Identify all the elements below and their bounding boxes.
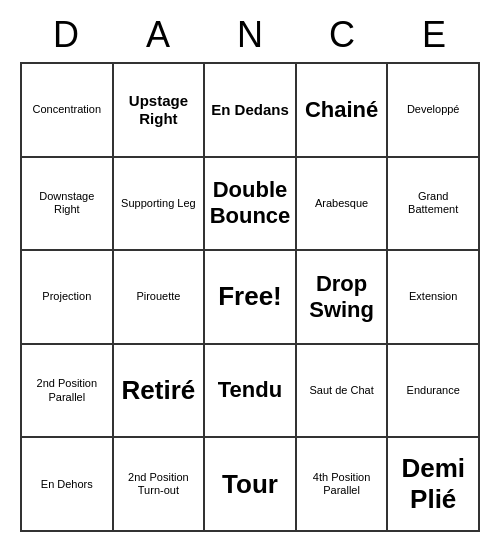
title-row: DANCE (20, 10, 480, 62)
cell-3-1: Retiré (113, 344, 205, 438)
title-letter-D: D (26, 14, 106, 56)
cell-text-0-4: Developpé (407, 103, 460, 116)
cell-text-2-1: Pirouette (136, 290, 180, 303)
cell-text-1-2: Double Bounce (209, 177, 291, 230)
cell-1-4: Grand Battement (387, 157, 479, 251)
cell-text-1-4: Grand Battement (392, 190, 474, 216)
cell-3-4: Endurance (387, 344, 479, 438)
cell-text-2-0: Projection (42, 290, 91, 303)
cell-text-4-3: 4th Position Parallel (301, 471, 383, 497)
cell-text-4-0: En Dehors (41, 478, 93, 491)
cell-text-4-2: Tour (222, 469, 278, 500)
cell-text-0-0: Concentration (33, 103, 102, 116)
cell-1-1: Supporting Leg (113, 157, 205, 251)
cell-0-3: Chainé (296, 63, 388, 157)
cell-text-2-4: Extension (409, 290, 457, 303)
cell-text-0-2: En Dedans (211, 101, 289, 119)
cell-text-0-1: Upstage Right (118, 92, 200, 128)
cell-1-2: Double Bounce (204, 157, 296, 251)
cell-text-1-0: Downstage Right (26, 190, 108, 216)
cell-2-3: Drop Swing (296, 250, 388, 344)
cell-text-1-3: Arabesque (315, 197, 368, 210)
cell-4-1: 2nd Position Turn-out (113, 437, 205, 531)
cell-text-0-3: Chainé (305, 97, 378, 123)
cell-2-4: Extension (387, 250, 479, 344)
cell-text-2-2: Free! (218, 281, 282, 312)
cell-4-0: En Dehors (21, 437, 113, 531)
cell-0-0: Concentration (21, 63, 113, 157)
cell-2-2: Free! (204, 250, 296, 344)
cell-3-2: Tendu (204, 344, 296, 438)
cell-text-3-1: Retiré (122, 375, 196, 406)
title-letter-E: E (394, 14, 474, 56)
cell-text-3-2: Tendu (218, 377, 282, 403)
cell-text-3-3: Saut de Chat (309, 384, 373, 397)
cell-text-3-4: Endurance (407, 384, 460, 397)
cell-text-4-4: Demi Plié (392, 453, 474, 515)
cell-text-3-0: 2nd Position Parallel (26, 377, 108, 403)
cell-1-0: Downstage Right (21, 157, 113, 251)
title-letter-C: C (302, 14, 382, 56)
cell-4-3: 4th Position Parallel (296, 437, 388, 531)
cell-1-3: Arabesque (296, 157, 388, 251)
cell-0-1: Upstage Right (113, 63, 205, 157)
cell-3-3: Saut de Chat (296, 344, 388, 438)
cell-4-2: Tour (204, 437, 296, 531)
title-letter-A: A (118, 14, 198, 56)
cell-4-4: Demi Plié (387, 437, 479, 531)
cell-3-0: 2nd Position Parallel (21, 344, 113, 438)
title-letter-N: N (210, 14, 290, 56)
cell-text-2-3: Drop Swing (301, 271, 383, 324)
cell-2-0: Projection (21, 250, 113, 344)
cell-text-1-1: Supporting Leg (121, 197, 196, 210)
cell-0-4: Developpé (387, 63, 479, 157)
cell-0-2: En Dedans (204, 63, 296, 157)
cell-2-1: Pirouette (113, 250, 205, 344)
cell-text-4-1: 2nd Position Turn-out (118, 471, 200, 497)
bingo-grid: ConcentrationUpstage RightEn DedansChain… (20, 62, 480, 532)
